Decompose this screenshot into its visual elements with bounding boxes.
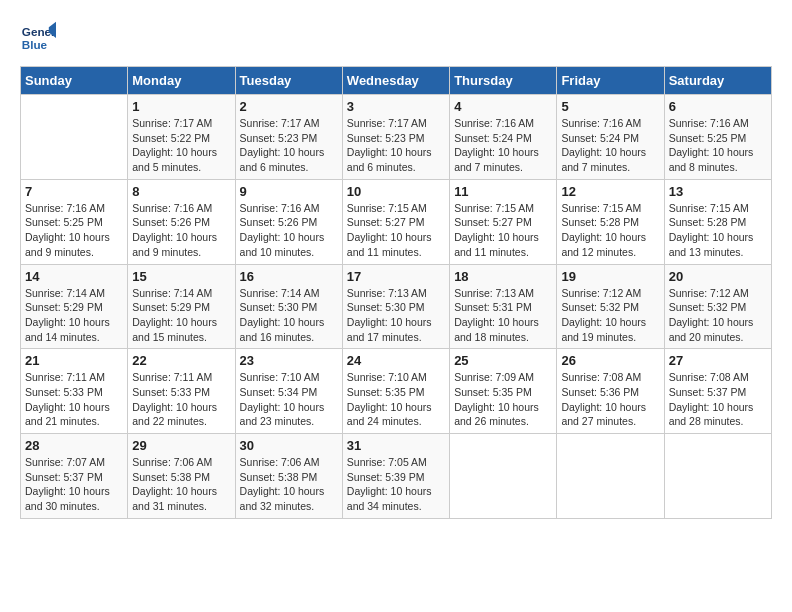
day-info: Sunrise: 7:08 AM Sunset: 5:36 PM Dayligh… xyxy=(561,370,659,429)
day-number: 3 xyxy=(347,99,445,114)
day-number: 13 xyxy=(669,184,767,199)
page-header: General Blue xyxy=(20,20,772,56)
day-info: Sunrise: 7:15 AM Sunset: 5:27 PM Dayligh… xyxy=(347,201,445,260)
day-info: Sunrise: 7:17 AM Sunset: 5:23 PM Dayligh… xyxy=(347,116,445,175)
day-cell: 13Sunrise: 7:15 AM Sunset: 5:28 PM Dayli… xyxy=(664,179,771,264)
day-number: 6 xyxy=(669,99,767,114)
column-header-monday: Monday xyxy=(128,67,235,95)
column-header-saturday: Saturday xyxy=(664,67,771,95)
day-number: 26 xyxy=(561,353,659,368)
day-info: Sunrise: 7:10 AM Sunset: 5:35 PM Dayligh… xyxy=(347,370,445,429)
day-cell: 20Sunrise: 7:12 AM Sunset: 5:32 PM Dayli… xyxy=(664,264,771,349)
day-info: Sunrise: 7:17 AM Sunset: 5:23 PM Dayligh… xyxy=(240,116,338,175)
day-cell: 19Sunrise: 7:12 AM Sunset: 5:32 PM Dayli… xyxy=(557,264,664,349)
day-number: 20 xyxy=(669,269,767,284)
day-number: 25 xyxy=(454,353,552,368)
day-number: 31 xyxy=(347,438,445,453)
day-info: Sunrise: 7:10 AM Sunset: 5:34 PM Dayligh… xyxy=(240,370,338,429)
day-number: 28 xyxy=(25,438,123,453)
day-number: 21 xyxy=(25,353,123,368)
day-cell: 18Sunrise: 7:13 AM Sunset: 5:31 PM Dayli… xyxy=(450,264,557,349)
week-row-2: 7Sunrise: 7:16 AM Sunset: 5:25 PM Daylig… xyxy=(21,179,772,264)
day-number: 30 xyxy=(240,438,338,453)
day-info: Sunrise: 7:11 AM Sunset: 5:33 PM Dayligh… xyxy=(25,370,123,429)
day-number: 23 xyxy=(240,353,338,368)
day-cell xyxy=(450,434,557,519)
day-number: 22 xyxy=(132,353,230,368)
day-cell: 7Sunrise: 7:16 AM Sunset: 5:25 PM Daylig… xyxy=(21,179,128,264)
day-info: Sunrise: 7:15 AM Sunset: 5:28 PM Dayligh… xyxy=(561,201,659,260)
day-info: Sunrise: 7:16 AM Sunset: 5:24 PM Dayligh… xyxy=(454,116,552,175)
day-cell: 22Sunrise: 7:11 AM Sunset: 5:33 PM Dayli… xyxy=(128,349,235,434)
day-number: 24 xyxy=(347,353,445,368)
day-info: Sunrise: 7:08 AM Sunset: 5:37 PM Dayligh… xyxy=(669,370,767,429)
day-info: Sunrise: 7:11 AM Sunset: 5:33 PM Dayligh… xyxy=(132,370,230,429)
column-header-thursday: Thursday xyxy=(450,67,557,95)
day-info: Sunrise: 7:06 AM Sunset: 5:38 PM Dayligh… xyxy=(240,455,338,514)
column-header-sunday: Sunday xyxy=(21,67,128,95)
day-info: Sunrise: 7:12 AM Sunset: 5:32 PM Dayligh… xyxy=(669,286,767,345)
day-info: Sunrise: 7:15 AM Sunset: 5:27 PM Dayligh… xyxy=(454,201,552,260)
day-cell: 24Sunrise: 7:10 AM Sunset: 5:35 PM Dayli… xyxy=(342,349,449,434)
day-info: Sunrise: 7:05 AM Sunset: 5:39 PM Dayligh… xyxy=(347,455,445,514)
day-number: 29 xyxy=(132,438,230,453)
day-cell xyxy=(21,95,128,180)
day-info: Sunrise: 7:09 AM Sunset: 5:35 PM Dayligh… xyxy=(454,370,552,429)
day-info: Sunrise: 7:13 AM Sunset: 5:31 PM Dayligh… xyxy=(454,286,552,345)
day-cell xyxy=(664,434,771,519)
day-cell: 12Sunrise: 7:15 AM Sunset: 5:28 PM Dayli… xyxy=(557,179,664,264)
day-info: Sunrise: 7:16 AM Sunset: 5:26 PM Dayligh… xyxy=(240,201,338,260)
day-cell: 30Sunrise: 7:06 AM Sunset: 5:38 PM Dayli… xyxy=(235,434,342,519)
day-info: Sunrise: 7:13 AM Sunset: 5:30 PM Dayligh… xyxy=(347,286,445,345)
day-info: Sunrise: 7:12 AM Sunset: 5:32 PM Dayligh… xyxy=(561,286,659,345)
day-cell: 2Sunrise: 7:17 AM Sunset: 5:23 PM Daylig… xyxy=(235,95,342,180)
day-cell: 5Sunrise: 7:16 AM Sunset: 5:24 PM Daylig… xyxy=(557,95,664,180)
day-cell: 16Sunrise: 7:14 AM Sunset: 5:30 PM Dayli… xyxy=(235,264,342,349)
day-cell xyxy=(557,434,664,519)
day-number: 11 xyxy=(454,184,552,199)
day-cell: 15Sunrise: 7:14 AM Sunset: 5:29 PM Dayli… xyxy=(128,264,235,349)
day-number: 1 xyxy=(132,99,230,114)
header-row: SundayMondayTuesdayWednesdayThursdayFrid… xyxy=(21,67,772,95)
calendar-table: SundayMondayTuesdayWednesdayThursdayFrid… xyxy=(20,66,772,519)
day-number: 19 xyxy=(561,269,659,284)
day-number: 15 xyxy=(132,269,230,284)
day-number: 18 xyxy=(454,269,552,284)
svg-text:Blue: Blue xyxy=(22,38,48,51)
week-row-3: 14Sunrise: 7:14 AM Sunset: 5:29 PM Dayli… xyxy=(21,264,772,349)
day-info: Sunrise: 7:14 AM Sunset: 5:29 PM Dayligh… xyxy=(25,286,123,345)
week-row-5: 28Sunrise: 7:07 AM Sunset: 5:37 PM Dayli… xyxy=(21,434,772,519)
day-number: 16 xyxy=(240,269,338,284)
day-cell: 21Sunrise: 7:11 AM Sunset: 5:33 PM Dayli… xyxy=(21,349,128,434)
day-number: 14 xyxy=(25,269,123,284)
column-header-tuesday: Tuesday xyxy=(235,67,342,95)
calendar-header: SundayMondayTuesdayWednesdayThursdayFrid… xyxy=(21,67,772,95)
day-info: Sunrise: 7:16 AM Sunset: 5:26 PM Dayligh… xyxy=(132,201,230,260)
day-cell: 26Sunrise: 7:08 AM Sunset: 5:36 PM Dayli… xyxy=(557,349,664,434)
day-info: Sunrise: 7:15 AM Sunset: 5:28 PM Dayligh… xyxy=(669,201,767,260)
day-cell: 27Sunrise: 7:08 AM Sunset: 5:37 PM Dayli… xyxy=(664,349,771,434)
day-number: 17 xyxy=(347,269,445,284)
day-info: Sunrise: 7:17 AM Sunset: 5:22 PM Dayligh… xyxy=(132,116,230,175)
day-number: 10 xyxy=(347,184,445,199)
day-cell: 10Sunrise: 7:15 AM Sunset: 5:27 PM Dayli… xyxy=(342,179,449,264)
day-cell: 8Sunrise: 7:16 AM Sunset: 5:26 PM Daylig… xyxy=(128,179,235,264)
day-cell: 1Sunrise: 7:17 AM Sunset: 5:22 PM Daylig… xyxy=(128,95,235,180)
day-number: 5 xyxy=(561,99,659,114)
day-number: 2 xyxy=(240,99,338,114)
day-info: Sunrise: 7:16 AM Sunset: 5:24 PM Dayligh… xyxy=(561,116,659,175)
day-cell: 25Sunrise: 7:09 AM Sunset: 5:35 PM Dayli… xyxy=(450,349,557,434)
day-number: 7 xyxy=(25,184,123,199)
day-cell: 29Sunrise: 7:06 AM Sunset: 5:38 PM Dayli… xyxy=(128,434,235,519)
day-info: Sunrise: 7:06 AM Sunset: 5:38 PM Dayligh… xyxy=(132,455,230,514)
day-cell: 4Sunrise: 7:16 AM Sunset: 5:24 PM Daylig… xyxy=(450,95,557,180)
day-number: 8 xyxy=(132,184,230,199)
day-info: Sunrise: 7:16 AM Sunset: 5:25 PM Dayligh… xyxy=(669,116,767,175)
day-cell: 9Sunrise: 7:16 AM Sunset: 5:26 PM Daylig… xyxy=(235,179,342,264)
logo: General Blue xyxy=(20,20,56,56)
day-number: 9 xyxy=(240,184,338,199)
week-row-4: 21Sunrise: 7:11 AM Sunset: 5:33 PM Dayli… xyxy=(21,349,772,434)
day-number: 12 xyxy=(561,184,659,199)
day-number: 27 xyxy=(669,353,767,368)
day-cell: 6Sunrise: 7:16 AM Sunset: 5:25 PM Daylig… xyxy=(664,95,771,180)
